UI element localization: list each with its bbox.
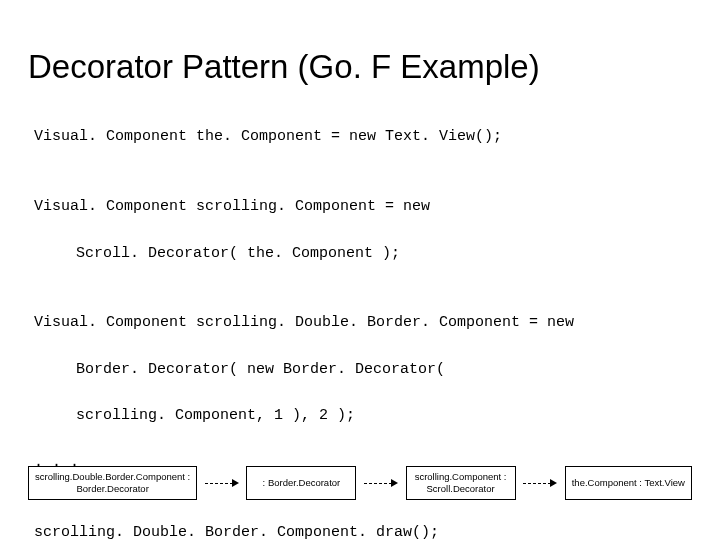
code-line: Visual. Component scrolling. Double. Bor… <box>34 311 686 334</box>
code-line: Visual. Component scrolling. Component =… <box>34 195 686 218</box>
slide-title: Decorator Pattern (Go. F Example) <box>0 0 720 102</box>
arrow-icon <box>523 473 557 493</box>
code-line: scrolling. Component, 1 ), 2 ); <box>34 404 686 427</box>
box-label: scrolling.Component : <box>415 471 507 483</box>
diagram-box-scrolling-double-border: scrolling.Double.Border.Component : Bord… <box>28 466 197 500</box>
diagram-box-border-decorator: : Border.Decorator <box>246 466 356 500</box>
code-line: Scroll. Decorator( the. Component ); <box>34 242 686 265</box>
box-label: : Border.Decorator <box>263 477 341 489</box>
diagram-box-the-component: the.Component : Text.View <box>565 466 692 500</box>
arrow-icon <box>364 473 398 493</box>
diagram-box-scrolling-component: scrolling.Component : Scroll.Decorator <box>406 466 516 500</box>
box-label: Scroll.Decorator <box>427 483 495 495</box>
code-line: Visual. Component the. Component = new T… <box>34 125 686 148</box>
code-line: Border. Decorator( new Border. Decorator… <box>34 358 686 381</box>
arrow-icon <box>205 473 239 493</box>
box-label: scrolling.Double.Border.Component : <box>35 471 190 483</box>
code-line: scrolling. Double. Border. Component. dr… <box>34 521 686 541</box>
box-label: the.Component : Text.View <box>572 477 685 489</box>
box-label: Border.Decorator <box>76 483 148 495</box>
object-diagram: scrolling.Double.Border.Component : Bord… <box>28 466 692 500</box>
